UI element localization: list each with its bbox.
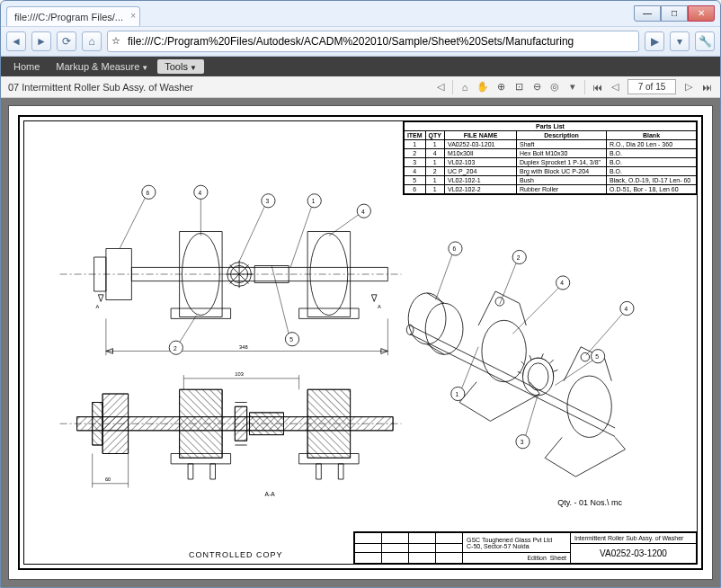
svg-point-99	[567, 376, 611, 437]
svg-text:6: 6	[147, 190, 150, 196]
svg-rect-71	[316, 464, 322, 479]
svg-text:348: 348	[239, 344, 248, 350]
svg-line-110	[586, 313, 624, 356]
svg-text:4: 4	[625, 306, 628, 312]
svg-text:5: 5	[595, 353, 599, 360]
address-bar[interactable]: ☆	[107, 31, 639, 52]
table-row: 51VL02-102-1BushBlack, O.D-19, ID-17 Len…	[404, 176, 696, 185]
app-menubar: Home Markup & Measure▼ Tools▼	[1, 57, 720, 76]
zoom-window-icon[interactable]: ⊡	[511, 79, 527, 95]
svg-text:4: 4	[199, 190, 202, 196]
svg-text:2: 2	[517, 254, 521, 261]
wrench-icon[interactable]: 🔧	[695, 31, 715, 51]
svg-line-88	[427, 344, 444, 354]
svg-text:1: 1	[312, 198, 316, 204]
svg-rect-69	[188, 464, 193, 479]
page-indicator[interactable]: 7 of 15	[628, 79, 676, 94]
svg-text:60: 60	[105, 477, 111, 482]
svg-rect-70	[210, 464, 216, 479]
parts-list-table: Parts List ITEMQTY FILE NAME Description…	[403, 120, 698, 195]
svg-rect-64	[250, 413, 284, 435]
svg-line-116	[525, 394, 538, 437]
viewer-toolbar: 07 Intermittent Roller Sub Assy. of Wash…	[1, 76, 720, 98]
address-toolbar: ◄ ► ⟳ ⌂ ☆ ▶ ▾ 🔧	[1, 26, 720, 57]
svg-marker-19	[98, 295, 103, 302]
svg-rect-66	[307, 389, 351, 458]
svg-text:2: 2	[174, 345, 177, 352]
table-row: 11VA0252-03-1201ShaftR.O., Dia 20 Len - …	[404, 140, 696, 149]
back-icon[interactable]: ◁	[432, 79, 449, 95]
first-page-icon[interactable]: ⏮	[589, 79, 605, 95]
svg-text:3: 3	[521, 439, 524, 445]
home-icon[interactable]: ⌂	[457, 79, 473, 95]
svg-text:6: 6	[453, 245, 457, 252]
home-button[interactable]: ⌂	[82, 31, 102, 51]
table-row: 31VL02-103Duplex Sprocket 1 P-14, 3/8"B.…	[404, 158, 696, 167]
svg-line-97	[550, 360, 554, 363]
go-button[interactable]: ▶	[645, 31, 664, 51]
svg-rect-55	[102, 394, 129, 454]
chevron-down-icon: ▼	[190, 64, 197, 72]
browser-tab[interactable]: file:///C:/Program Files/... ×	[6, 6, 140, 26]
svg-line-107	[512, 287, 559, 334]
views-icon[interactable]: ▾	[565, 79, 581, 95]
svg-line-87	[427, 293, 444, 303]
reload-button[interactable]: ⟳	[57, 31, 76, 51]
zoom-in-icon[interactable]: ⊕	[493, 79, 509, 95]
menu-markup[interactable]: Markup & Measure▼	[49, 59, 156, 74]
svg-line-101	[436, 253, 453, 299]
svg-line-96	[541, 353, 543, 358]
svg-text:3: 3	[266, 198, 270, 204]
menu-tools[interactable]: Tools▼	[157, 59, 204, 74]
orbit-icon[interactable]: ◎	[547, 79, 563, 95]
close-button[interactable]: ✕	[688, 5, 715, 22]
controlled-copy-stamp: CONTROLLED COPY	[189, 550, 283, 559]
svg-text:1: 1	[455, 391, 458, 397]
svg-rect-72	[338, 464, 343, 479]
svg-line-98	[554, 370, 558, 371]
svg-line-29	[120, 198, 146, 249]
drawing-viewport[interactable]: A A 348 6 4 3	[1, 98, 720, 587]
next-page-icon[interactable]: ▷	[681, 79, 697, 95]
svg-marker-21	[371, 295, 377, 302]
svg-rect-60	[235, 406, 246, 441]
last-page-icon[interactable]: ⏭	[699, 79, 715, 95]
prev-page-icon[interactable]: ◁	[607, 79, 623, 95]
svg-rect-53	[93, 403, 102, 446]
svg-text:A: A	[96, 304, 100, 309]
title-block: GSC Toughened Glass Pvt Ltd C-50, Sector…	[353, 531, 698, 565]
svg-line-44	[271, 266, 289, 334]
maximize-button[interactable]: □	[661, 5, 688, 22]
address-input[interactable]	[128, 35, 635, 48]
back-button[interactable]: ◄	[6, 31, 26, 51]
pan-icon[interactable]: ✋	[475, 79, 491, 95]
table-row: 42UC P_204Brg with Block UC P-204B.O.	[404, 167, 696, 176]
window-titlebar: file:///C:/Program Files/... × — □ ✕	[1, 1, 720, 26]
zoom-out-icon[interactable]: ⊖	[529, 79, 545, 95]
svg-line-83	[410, 334, 615, 437]
page-menu-button[interactable]: ▾	[670, 31, 690, 51]
svg-line-38	[290, 206, 312, 267]
favicon-icon: ☆	[111, 35, 124, 48]
svg-line-35	[239, 206, 265, 262]
svg-line-94	[521, 361, 525, 365]
svg-point-100	[581, 352, 590, 361]
tab-title: file:///C:/Program Files/...	[14, 12, 123, 22]
svg-rect-57	[180, 389, 223, 458]
table-row: 24M10x30IIHex Bolt M10x30B.O.	[404, 149, 696, 158]
svg-line-41	[329, 215, 359, 236]
svg-point-90	[495, 298, 504, 307]
svg-text:4: 4	[560, 280, 564, 286]
svg-line-95	[530, 355, 531, 360]
svg-line-47	[180, 316, 197, 343]
chevron-down-icon: ▼	[141, 64, 148, 72]
forward-button[interactable]: ►	[31, 31, 51, 51]
tab-close-icon[interactable]: ×	[130, 11, 136, 21]
minimize-button[interactable]: —	[634, 5, 661, 22]
svg-text:A: A	[378, 304, 381, 309]
svg-text:4: 4	[361, 209, 365, 215]
svg-text:5: 5	[289, 336, 293, 343]
svg-text:A-A: A-A	[265, 491, 276, 497]
menu-home[interactable]: Home	[6, 59, 47, 74]
svg-point-92	[528, 363, 548, 390]
